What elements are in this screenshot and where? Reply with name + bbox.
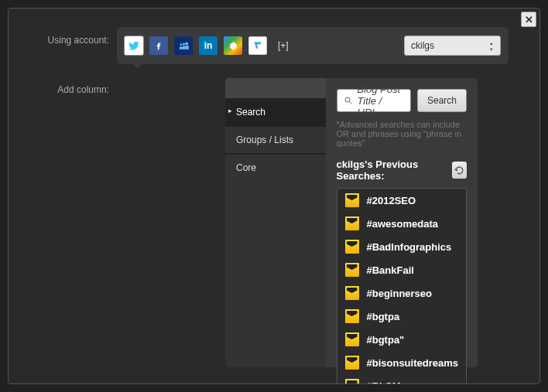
list-item-label: #bgtpa" (367, 334, 405, 346)
account-box: in [+] ckilgs ▴▾ (117, 27, 509, 64)
previous-searches-list[interactable]: #2012SEO#awesomedata#BadInfographics#Ban… (337, 188, 468, 384)
list-item-label: #BankFail (367, 264, 414, 276)
search-item-icon (345, 263, 359, 277)
search-hint: *Advanced searches can include OR and ph… (337, 120, 468, 148)
account-select-value: ckilgs (411, 40, 434, 51)
search-input[interactable]: Blog Post Title / URL (337, 89, 411, 112)
list-item-label: #2012SEO (367, 195, 416, 206)
account-row: Using account: in (9, 9, 539, 64)
search-row: Blog Post Title / URL Search (337, 89, 468, 112)
stepper-arrows: ▴▾ (486, 39, 497, 53)
search-item-icon (345, 286, 359, 300)
list-item[interactable]: #beginnerseo (337, 281, 467, 305)
tab-core[interactable]: Core (225, 154, 326, 181)
list-item-label: #BadInfographics (367, 241, 452, 253)
close-icon: ✕ (525, 14, 533, 26)
search-button[interactable]: Search (417, 89, 467, 112)
refresh-icon (454, 165, 464, 176)
tab-groups[interactable]: Groups / Lists (225, 126, 326, 154)
svg-line-7 (349, 102, 351, 104)
search-item-icon (345, 379, 359, 384)
list-item-label: #beginnerseo (367, 288, 433, 299)
previous-title: ckilgs's Previous Searches: (337, 159, 452, 182)
svg-rect-4 (182, 46, 185, 49)
tab-search[interactable]: Search (225, 98, 326, 126)
content-pane: Blog Post Title / URL Search *Advanced s… (326, 78, 478, 367)
add-service-button[interactable]: [+] (278, 40, 289, 51)
list-item[interactable]: #bisonsuitedreams (337, 351, 467, 374)
list-item[interactable]: #2012SEO (337, 189, 467, 212)
using-account-label: Using account: (9, 27, 117, 46)
account-select[interactable]: ckilgs ▴▾ (404, 36, 501, 56)
tab-spacer (225, 78, 326, 98)
service-icons: in [+] (125, 36, 289, 55)
add-column-label: Add column: (9, 78, 117, 95)
svg-point-0 (180, 43, 182, 46)
list-item[interactable]: #BLSM (337, 374, 467, 384)
previous-header: ckilgs's Previous Searches: (337, 159, 468, 182)
refresh-button[interactable] (452, 162, 467, 179)
list-item[interactable]: #BankFail (337, 258, 467, 281)
list-item-label: #awesomedata (367, 218, 439, 230)
svg-rect-3 (179, 46, 182, 49)
search-item-icon (345, 240, 359, 254)
search-item-icon (345, 309, 359, 323)
list-item[interactable]: #awesomedata (337, 212, 467, 235)
search-item-icon (345, 356, 359, 370)
svg-rect-5 (185, 45, 188, 49)
foursquare-icon[interactable] (248, 36, 267, 55)
myspace-icon[interactable] (174, 36, 193, 55)
search-item-icon (345, 216, 359, 230)
svg-point-6 (345, 97, 350, 102)
search-item-icon (345, 332, 359, 346)
search-item-icon (345, 193, 359, 207)
close-button[interactable]: ✕ (521, 12, 536, 27)
side-tabs: Search Groups / Lists Core (225, 78, 326, 367)
list-item-label: #bgtpa (367, 311, 400, 322)
svg-point-1 (182, 43, 184, 45)
search-icon (344, 96, 353, 105)
linkedin-icon[interactable]: in (199, 36, 217, 55)
list-item-label: #BLSM (367, 380, 401, 385)
pointer-caret (133, 64, 142, 69)
list-item[interactable]: #bgtpa" (337, 328, 467, 351)
dialog-panel: ✕ Using account: in (8, 8, 540, 384)
list-item[interactable]: #BadInfographics (337, 235, 467, 258)
list-item[interactable]: #bgtpa (337, 305, 467, 328)
twitter-icon[interactable] (125, 36, 143, 55)
list-item-label: #bisonsuitedreams (367, 357, 459, 369)
buzz-icon[interactable] (224, 36, 242, 55)
svg-point-2 (185, 42, 188, 45)
facebook-icon[interactable] (149, 36, 168, 55)
search-placeholder: Blog Post Title / URL (358, 84, 404, 118)
